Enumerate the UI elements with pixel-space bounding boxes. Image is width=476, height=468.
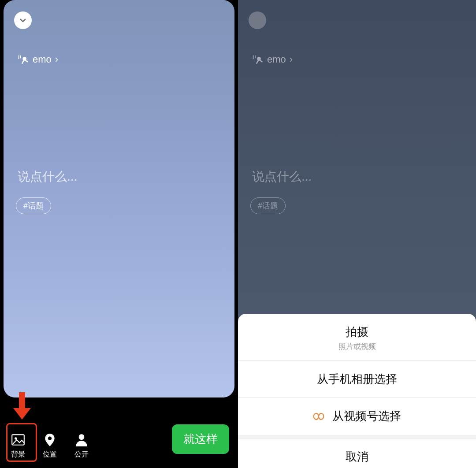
chevron-right-icon: › — [290, 54, 293, 65]
sheet-option-shoot-title: 拍摄 — [238, 316, 476, 342]
sheet-option-shoot-subtitle: 照片或视频 — [238, 342, 476, 360]
content-input: 说点什么... — [252, 168, 312, 185]
sheet-option-album[interactable]: 从手机相册选择 — [238, 361, 476, 397]
person-icon — [74, 432, 89, 447]
topic-chip[interactable]: #话题 — [16, 197, 51, 214]
toolbar-visibility-button[interactable]: 公开 — [74, 432, 89, 459]
sheet-cancel-label: 取消 — [238, 439, 476, 468]
sheet-option-shoot[interactable]: 拍摄 照片或视频 — [238, 316, 476, 360]
status-chip-emo: emo › — [252, 54, 293, 65]
sheet-cancel[interactable]: 取消 — [238, 439, 476, 468]
compose-background-card: emo › 说点什么... #话题 — [4, 0, 234, 397]
location-pin-icon — [42, 432, 57, 447]
channels-icon — [313, 411, 324, 424]
phone-screen-compose: emo › 说点什么... #话题 背景 位置 — [0, 0, 238, 468]
annotation-arrow-down — [13, 392, 31, 420]
submit-button[interactable]: 就这样 — [172, 424, 229, 454]
collapse-button[interactable] — [249, 11, 266, 29]
chevron-right-icon: › — [55, 54, 58, 65]
svg-point-3 — [48, 437, 52, 441]
status-chip-emo[interactable]: emo › — [18, 54, 58, 65]
content-input[interactable]: 说点什么... — [18, 168, 77, 185]
action-sheet: 拍摄 照片或视频 从手机相册选择 从视频号选择 取消 — [238, 314, 476, 468]
toolbar-location-label: 位置 — [43, 450, 57, 459]
sheet-option-album-label: 从手机相册选择 — [238, 361, 476, 397]
toolbar-visibility-label: 公开 — [74, 450, 89, 459]
topic-chip: #话题 — [250, 197, 286, 214]
annotation-highlight-background — [6, 423, 37, 462]
sheet-option-channels[interactable]: 从视频号选择 — [238, 398, 476, 435]
svg-point-4 — [79, 434, 85, 440]
toolbar-location-button[interactable]: 位置 — [42, 432, 57, 459]
emo-label: emo — [267, 54, 286, 65]
chevron-down-icon — [253, 16, 261, 24]
sheet-separator — [238, 435, 476, 439]
chevron-down-icon — [19, 16, 27, 24]
phone-screen-action-sheet: emo › 说点什么... #话题 拍摄 照片或视频 从手机相册选择 从视频号 — [238, 0, 476, 468]
emo-icon — [18, 55, 29, 64]
collapse-button[interactable] — [14, 11, 32, 29]
emo-label: emo — [33, 54, 52, 65]
sheet-option-channels-label: 从视频号选择 — [332, 409, 401, 423]
emo-icon — [252, 55, 264, 64]
